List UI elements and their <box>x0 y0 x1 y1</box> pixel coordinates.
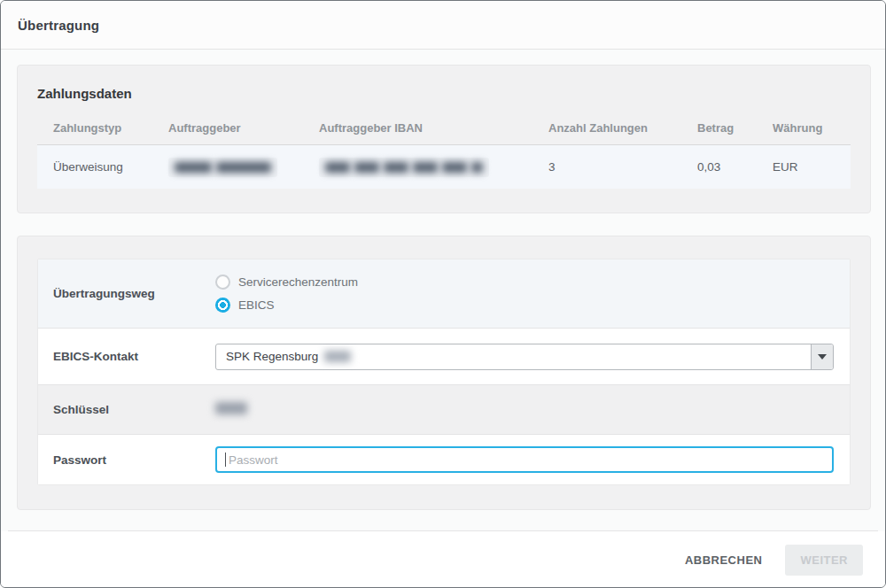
cell-betrag: 0,03 <box>697 160 773 174</box>
transfer-dialog: Übertragung Zahlungsdaten Zahlungstyp Au… <box>0 0 886 588</box>
redacted-word <box>384 162 408 173</box>
row-uebertragungsweg: Übertragungsweg Servicerechenzentrum EBI… <box>38 259 850 329</box>
redacted-schluessel-value <box>215 402 247 414</box>
redacted-word <box>325 162 350 173</box>
ebics-kontakt-selected-value: SPK Regensburg <box>226 350 318 363</box>
redacted-word <box>324 351 351 362</box>
payment-table-row: Überweisung <box>37 145 851 189</box>
redacted-iban-band <box>319 158 489 177</box>
passwort-label: Passwort <box>38 453 215 467</box>
text-caret <box>225 453 226 467</box>
redacted-word <box>175 162 212 173</box>
ebics-kontakt-label: EBICS-Kontakt <box>38 350 215 363</box>
col-header-anzahl-zahlungen: Anzahl Zahlungen <box>548 121 697 135</box>
radio-unselected-icon[interactable] <box>215 275 230 290</box>
ebics-kontakt-dropdown[interactable]: SPK Regensburg <box>215 344 834 370</box>
chevron-down-icon[interactable] <box>811 344 833 369</box>
col-header-auftraggeber: Auftraggeber <box>168 121 319 135</box>
redacted-word <box>471 162 483 173</box>
radio-label: Servicerechenzentrum <box>238 275 358 289</box>
row-passwort: Passwort <box>38 435 850 484</box>
redacted-word <box>354 162 379 173</box>
payment-table-header: Zahlungstyp Auftraggeber Auftraggeber IB… <box>37 112 851 145</box>
redacted-name-band <box>168 158 277 177</box>
transfer-form-card: Übertragungsweg Servicerechenzentrum EBI… <box>37 259 851 485</box>
col-header-auftraggeber-iban: Auftraggeber IBAN <box>319 121 548 135</box>
col-header-zahlungstyp: Zahlungstyp <box>53 121 168 135</box>
cell-zahlungstyp: Überweisung <box>53 160 168 174</box>
radio-option-servicerechenzentrum[interactable]: Servicerechenzentrum <box>215 275 834 290</box>
cell-auftraggeber-redacted <box>168 158 319 177</box>
cell-auftraggeber-iban-redacted <box>319 158 548 177</box>
row-schluessel: Schlüssel <box>38 385 850 435</box>
col-header-betrag: Betrag <box>697 121 773 135</box>
payment-section-heading: Zahlungsdaten <box>37 66 851 101</box>
radio-selected-icon[interactable] <box>215 298 230 313</box>
radio-option-ebics[interactable]: EBICS <box>215 298 834 313</box>
transfer-settings-panel: Übertragungsweg Servicerechenzentrum EBI… <box>17 236 871 510</box>
schluessel-label: Schlüssel <box>38 403 215 416</box>
dialog-title: Übertragung <box>18 18 99 33</box>
footer: ABBRECHEN WEITER <box>1 531 885 588</box>
redacted-word <box>216 162 271 173</box>
passwort-input[interactable] <box>215 446 834 473</box>
col-header-waehrung: Währung <box>773 121 851 135</box>
redacted-word <box>413 162 438 173</box>
next-button[interactable]: WEITER <box>785 545 863 576</box>
dialog-titlebar: Übertragung <box>1 1 885 50</box>
row-ebics-kontakt: EBICS-Kontakt SPK Regensburg <box>38 329 850 385</box>
payment-data-panel: Zahlungsdaten Zahlungstyp Auftraggeber A… <box>17 65 871 213</box>
cell-anzahl-zahlungen: 3 <box>548 160 697 174</box>
radio-label: EBICS <box>238 298 275 312</box>
cancel-button[interactable]: ABBRECHEN <box>672 545 775 576</box>
payment-table: Zahlungstyp Auftraggeber Auftraggeber IB… <box>37 112 851 189</box>
uebertragungsweg-label: Übertragungsweg <box>38 287 215 300</box>
cell-waehrung: EUR <box>773 160 851 174</box>
redacted-word <box>442 162 467 173</box>
uebertragungsweg-radio-group: Servicerechenzentrum EBICS <box>215 275 834 313</box>
